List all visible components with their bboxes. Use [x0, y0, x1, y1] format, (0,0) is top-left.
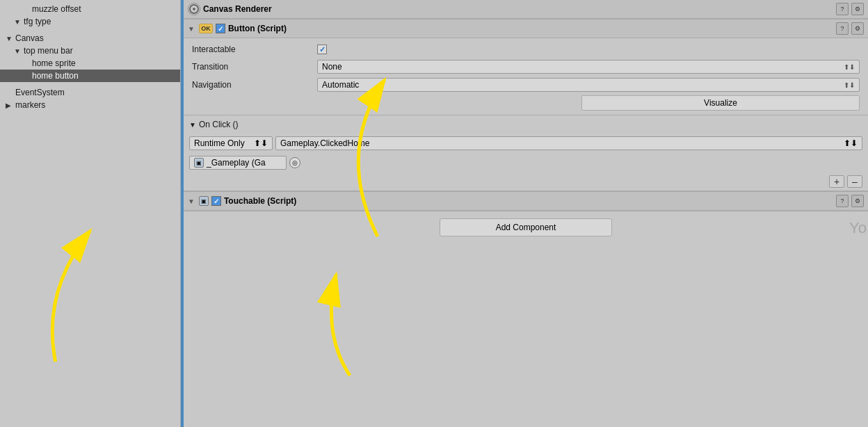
tree-item-home-button[interactable]: home button — [0, 70, 180, 82]
tree-item-muzzle-offset[interactable]: muzzle offset — [0, 3, 180, 15]
gameplay-object-field[interactable]: ▣ _Gameplay (Ga — [189, 156, 287, 170]
touchable-icon: ▣ — [199, 196, 209, 206]
runtime-dropdown-arrow: ⬆⬇ — [254, 138, 268, 148]
navigation-value: Automatic ⬆⬇ — [314, 76, 862, 94]
runtime-only-value: Runtime Only — [194, 138, 245, 148]
onclick-section-label: On Click () — [199, 120, 239, 129]
interactable-label: Interactable — [189, 41, 314, 58]
onclick-add-btn[interactable]: + — [829, 175, 844, 188]
tree-arrow-tfg-type — [14, 18, 22, 26]
onclick-row: Runtime Only ⬆⬇ Gameplay.ClickedHome ⬆⬇ — [184, 134, 868, 153]
tree-item-tfg-type[interactable]: tfg type — [0, 15, 180, 28]
tree-label-canvas: Canvas — [15, 33, 44, 43]
gameplay-row: ▣ _Gameplay (Ga ◎ — [184, 153, 868, 172]
button-script-block: ▼ OK Button (Script) ? ⚙ Interactable Tr… — [184, 19, 868, 191]
tree-item-top-menu-bar[interactable]: top menu bar — [0, 45, 180, 57]
canvas-renderer-btns: ? ⚙ — [836, 3, 864, 15]
canvas-renderer-icon — [188, 3, 200, 15]
add-component-button[interactable]: Add Component — [440, 218, 613, 236]
transition-label: Transition — [189, 58, 314, 76]
interactable-value — [314, 41, 862, 58]
inspector-panel: Canvas Renderer ? ⚙ ▼ OK Button (Script)… — [184, 0, 868, 427]
button-script-enabled-checkbox[interactable] — [216, 24, 225, 33]
button-script-help-btn[interactable]: ? — [836, 22, 849, 35]
canvas-renderer-help-btn[interactable]: ? — [836, 3, 849, 15]
onclick-section-header: ▼ On Click () — [184, 115, 868, 134]
add-component-row: Add Component — [184, 211, 868, 243]
navigation-dropdown-arrow: ⬆⬇ — [844, 81, 855, 89]
target-circle-icon — [189, 4, 199, 14]
tree-arrow-markers — [6, 102, 14, 109]
touchable-enabled-checkbox[interactable] — [211, 196, 221, 206]
ok-badge: OK — [199, 24, 213, 33]
onclick-remove-btn[interactable]: – — [847, 175, 862, 188]
touchable-collapse-arrow[interactable]: ▼ — [188, 198, 195, 205]
tree-arrow-canvas — [6, 35, 14, 42]
button-script-gear-btn[interactable]: ⚙ — [851, 22, 864, 35]
transition-value: None ⬆⬇ — [314, 58, 862, 76]
gameplay-obj-label: _Gameplay (Ga — [207, 158, 266, 168]
tree-label-home-sprite: home sprite — [32, 58, 76, 68]
touchable-gear-btn[interactable]: ⚙ — [851, 195, 864, 207]
tree-item-markers[interactable]: markers — [0, 99, 180, 111]
hierarchy-tree: muzzle offset tfg type Canvas top menu b… — [0, 0, 180, 114]
touchable-help-btn[interactable]: ? — [836, 195, 849, 207]
touchable-btns: ? ⚙ — [836, 195, 864, 207]
tree-label-event-system: EventSystem — [15, 88, 65, 97]
tree-item-canvas[interactable]: Canvas — [0, 32, 180, 45]
function-dropdown-arrow: ⬆⬇ — [844, 138, 858, 148]
tree-label-markers: markers — [15, 100, 45, 110]
canvas-renderer-title: Canvas Renderer — [203, 4, 833, 14]
button-properties-grid: Interactable Transition None ⬆⬇ Navigati… — [184, 38, 868, 115]
tree-arrow-top-menu-bar — [14, 47, 22, 55]
tree-item-event-system[interactable]: EventSystem — [0, 86, 180, 99]
canvas-renderer-header: Canvas Renderer ? ⚙ — [184, 0, 868, 19]
runtime-only-dropdown[interactable]: Runtime Only ⬆⬇ — [189, 136, 273, 150]
tree-item-home-sprite[interactable]: home sprite — [0, 57, 180, 70]
button-script-collapse-arrow[interactable]: ▼ — [188, 25, 195, 33]
function-dropdown[interactable]: Gameplay.ClickedHome ⬆⬇ — [275, 136, 862, 150]
touchable-block: ▼ ▣ Touchable (Script) ? ⚙ — [184, 191, 868, 211]
transition-dropdown-arrow: ⬆⬇ — [844, 63, 855, 71]
canvas-renderer-gear-btn[interactable]: ⚙ — [851, 3, 864, 15]
tree-label-top-menu-bar: top menu bar — [24, 46, 73, 56]
navigation-label: Navigation — [189, 76, 314, 94]
tree-label-muzzle-offset: muzzle offset — [32, 4, 81, 14]
far-right-hint: Yo — [849, 219, 868, 237]
tree-label-tfg-type: tfg type — [24, 17, 51, 26]
button-script-btns: ? ⚙ — [836, 22, 864, 35]
transition-dropdown-value: None — [322, 62, 342, 72]
onclick-add-remove-row: + – — [184, 172, 868, 191]
gameplay-obj-target-btn[interactable]: ◎ — [289, 157, 300, 168]
navigation-dropdown-value: Automatic — [322, 80, 359, 90]
gameplay-obj-icon: ▣ — [194, 158, 204, 168]
tree-label-home-button: home button — [32, 71, 79, 81]
function-value: Gameplay.ClickedHome — [280, 138, 370, 148]
visualize-button[interactable]: Visualize — [581, 95, 860, 111]
hierarchy-panel: muzzle offset tfg type Canvas top menu b… — [0, 0, 181, 427]
transition-dropdown[interactable]: None ⬆⬇ — [317, 60, 860, 74]
touchable-title: Touchable (Script) — [224, 196, 833, 206]
canvas-renderer-block: Canvas Renderer ? ⚙ — [184, 0, 868, 19]
button-script-title: Button (Script) — [228, 24, 833, 33]
navigation-dropdown[interactable]: Automatic ⬆⬇ — [317, 78, 860, 92]
touchable-header: ▼ ▣ Touchable (Script) ? ⚙ — [184, 191, 868, 211]
onclick-section-arrow: ▼ — [189, 121, 196, 129]
interactable-checkbox[interactable] — [317, 45, 327, 54]
button-script-header: ▼ OK Button (Script) ? ⚙ — [184, 19, 868, 38]
visualize-row: Visualize — [189, 94, 862, 112]
